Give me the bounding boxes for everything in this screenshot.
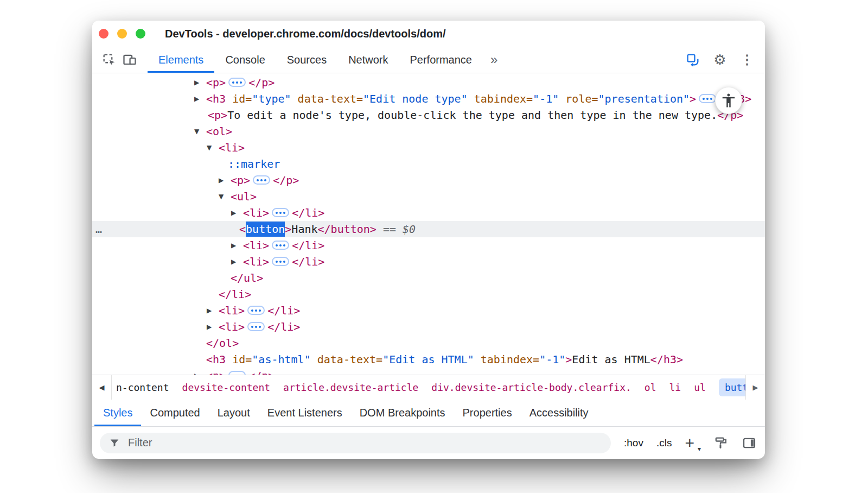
styles-filter-input[interactable] [128, 437, 602, 449]
tab-elements[interactable]: Elements [148, 47, 214, 73]
dom-tree-row[interactable]: ▶<p></p> [92, 172, 765, 188]
expand-children-ellipsis-button[interactable] [253, 175, 270, 185]
dom-tree-row[interactable]: ▶<li></li> [92, 237, 765, 254]
tab-network[interactable]: Network [337, 47, 399, 73]
collapse-arrow-icon[interactable]: ▼ [207, 140, 212, 156]
breadcrumbs-items: n-contentdevsite-contentarticle.devsite-… [112, 375, 745, 400]
expand-arrow-icon[interactable]: ▶ [194, 91, 199, 107]
code-token-plain [474, 353, 481, 366]
close-button[interactable] [99, 29, 108, 39]
dom-tree[interactable]: ▶<p></p>▶<h3 id="type" data-text="Edit n… [92, 73, 765, 375]
breadcrumb-item-devsite-content[interactable]: devsite-content [182, 382, 271, 393]
dom-tree-row[interactable]: ▶<li></li> [92, 319, 765, 335]
sidebar-tab-dom-breakpoints[interactable]: DOM Breakpoints [351, 400, 454, 426]
dom-tree-row[interactable]: ▶<h3 id="type" data-text="Edit node type… [92, 91, 765, 107]
dom-tree-row[interactable]: ▶<p></p> [92, 368, 765, 375]
expand-children-ellipsis-button[interactable] [272, 257, 289, 266]
collapse-arrow-icon[interactable]: ▼ [194, 123, 199, 140]
element-classes-button[interactable]: .cls [656, 437, 672, 449]
ellipsis-dot [710, 98, 712, 100]
dom-tree-row[interactable]: </ol> [92, 335, 765, 351]
expand-arrow-icon[interactable]: ▶ [194, 368, 199, 375]
titlebar: DevTools - developer.chrome.com/docs/dev… [92, 21, 765, 47]
expand-arrow-icon[interactable]: ▶ [207, 319, 212, 335]
styles-filter-field[interactable] [100, 433, 611, 453]
code-token-tag: </li> [267, 320, 300, 333]
device-toolbar-icon[interactable] [119, 50, 140, 69]
toggle-element-state-button[interactable]: :hov [624, 437, 643, 449]
sidebar-tab-layout[interactable]: Layout [209, 400, 259, 426]
settings-gear-icon[interactable]: ⚙ [710, 50, 730, 69]
breadcrumb-scroll-left-button[interactable]: ◀ [92, 375, 112, 400]
breadcrumb-item-ul[interactable]: ul [694, 382, 706, 393]
ellipsis-dot [276, 244, 278, 246]
dom-tree-row[interactable]: ▶<li></li> [92, 302, 765, 319]
expand-children-ellipsis-button[interactable] [228, 78, 246, 87]
dom-tree-row[interactable]: ▼<ol> [92, 123, 765, 140]
breadcrumb-scroll-right-button[interactable]: ▶ [745, 375, 765, 400]
breadcrumb-item-ol[interactable]: ol [644, 382, 656, 393]
dom-tree-rows: ▶<p></p>▶<h3 id="type" data-text="Edit n… [92, 74, 765, 375]
refresh-device-icon[interactable] [682, 50, 703, 69]
breadcrumb-item-article-devsite-article[interactable]: article.devsite-article [283, 382, 418, 393]
ellipsis-dot [240, 81, 242, 84]
dom-tree-row[interactable]: ::marker [92, 156, 765, 172]
row-options-ellipsis[interactable]: … [95, 221, 103, 237]
code-token-tag: <p> [206, 369, 226, 375]
inspect-element-icon[interactable] [99, 50, 119, 69]
dom-tree-row[interactable]: ▶<li></li> [92, 254, 765, 270]
ellipsis-dot [251, 326, 253, 328]
new-style-rule-button[interactable]: +▾ [685, 435, 700, 451]
zoom-button[interactable] [136, 29, 145, 39]
dom-tree-row[interactable]: </ul> [92, 270, 765, 286]
expand-arrow-icon[interactable]: ▶ [231, 254, 236, 270]
code-token-tag: </ul> [231, 271, 263, 285]
tab-console[interactable]: Console [214, 47, 276, 73]
collapse-arrow-icon[interactable]: ▼ [219, 188, 224, 205]
sidebar-tab-styles[interactable]: Styles [94, 400, 141, 426]
dom-tree-row[interactable]: <h3 id="as-html" data-text="Edit as HTML… [92, 351, 765, 368]
expand-children-ellipsis-button[interactable] [272, 241, 289, 250]
expand-children-ellipsis-button[interactable] [247, 306, 265, 315]
expand-children-ellipsis-button[interactable] [272, 208, 289, 217]
expand-arrow-icon[interactable]: ▶ [194, 74, 199, 91]
code-token-text: To edit a node's type, double-click the … [227, 109, 717, 122]
sidebar-tab-event-listeners[interactable]: Event Listeners [259, 400, 351, 426]
dom-tree-row[interactable]: ▼<ul> [92, 188, 765, 205]
breadcrumb-item-n-content[interactable]: n-content [116, 382, 169, 393]
dom-tree-row[interactable]: ▼<li> [92, 140, 765, 156]
expand-children-ellipsis-button[interactable] [247, 322, 265, 331]
more-tabs-button[interactable]: » [483, 47, 505, 73]
dom-tree-row[interactable]: …<button>Hank</button> == $0 [92, 221, 765, 237]
code-token-plain [311, 353, 317, 366]
ellipsis-dot [276, 261, 278, 263]
code-token-tag: > [565, 353, 572, 366]
expand-children-ellipsis-button[interactable] [699, 94, 716, 103]
breadcrumb-item-div-devsite-article-body-clearfix-[interactable]: div.devsite-article-body.clearfix. [431, 382, 631, 393]
sidebar-tab-computed[interactable]: Computed [141, 400, 208, 426]
breadcrumb-item-li[interactable]: li [669, 382, 681, 393]
ellipsis-dot [259, 309, 261, 312]
more-options-icon[interactable]: ⋮ [737, 50, 757, 69]
sidebar-tab-accessibility[interactable]: Accessibility [521, 400, 597, 426]
code-token-tag: <li> [219, 304, 245, 317]
expand-arrow-icon[interactable]: ▶ [231, 205, 236, 221]
minimize-button[interactable] [117, 29, 127, 39]
dom-tree-row[interactable]: ▶<li></li> [92, 205, 765, 221]
expand-arrow-icon[interactable]: ▶ [231, 237, 236, 254]
dom-tree-row[interactable]: <p>To edit a node's type, double-click t… [92, 107, 765, 123]
code-token-tag: <p> [231, 174, 250, 187]
expand-children-ellipsis-button[interactable] [228, 371, 246, 375]
sidebar-tab-properties[interactable]: Properties [454, 400, 521, 426]
breadcrumb-bar: ◀ n-contentdevsite-contentarticle.devsit… [92, 375, 765, 400]
toggle-sidebar-icon[interactable] [742, 433, 757, 453]
dom-tree-row[interactable]: ▶<p></p> [92, 74, 765, 91]
dom-tree-row[interactable]: </li> [92, 286, 765, 302]
expand-arrow-icon[interactable]: ▶ [207, 302, 212, 319]
tab-performance[interactable]: Performance [399, 47, 483, 73]
screenshot-stage: DevTools - developer.chrome.com/docs/dev… [0, 0, 868, 493]
paint-roller-icon[interactable] [713, 433, 729, 453]
breadcrumb-item-button[interactable]: button [719, 378, 745, 396]
expand-arrow-icon[interactable]: ▶ [219, 172, 224, 188]
tab-sources[interactable]: Sources [276, 47, 337, 73]
